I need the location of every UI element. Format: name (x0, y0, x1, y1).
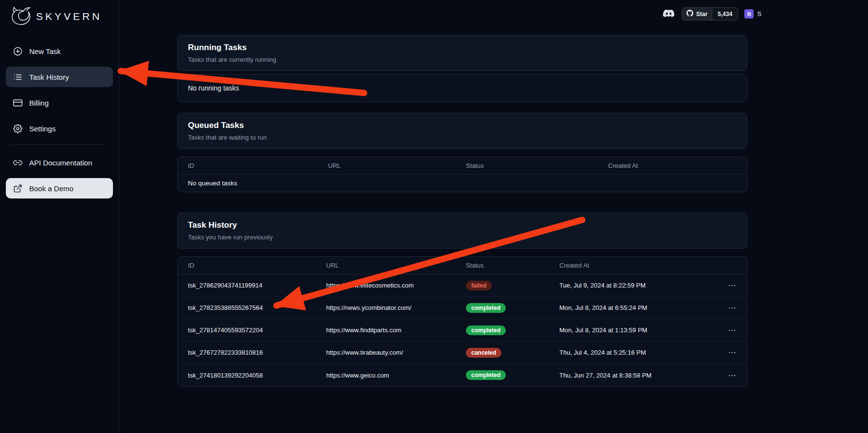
status-badge: canceled (466, 348, 501, 358)
logo-text: SKYVERN (36, 11, 102, 22)
table-header-row: ID URL Status Created At (178, 157, 747, 175)
github-icon (686, 10, 693, 18)
column-header-created-at: Created At (608, 162, 737, 169)
sidebar: SKYVERN New Task Task History Billing (0, 0, 119, 433)
task-url-cell: https://www.elitecosmetics.com (326, 282, 466, 289)
section-title: Running Tasks (188, 43, 737, 53)
status-badge: failed (466, 281, 492, 290)
sidebar-item-label: Task History (29, 73, 69, 81)
table-row[interactable]: tsk_278235388555267564 https://news.ycom… (178, 297, 747, 319)
row-actions-ellipsis-icon[interactable]: ⋯ (726, 325, 737, 335)
column-header-url: URL (328, 162, 466, 169)
column-header-status: Status (466, 162, 608, 169)
running-tasks-section: Running Tasks Tasks that are currently r… (177, 35, 747, 102)
column-header-id: ID (188, 262, 326, 269)
running-tasks-panel: No running tasks (177, 74, 747, 102)
discord-icon[interactable] (662, 7, 675, 20)
created-at-cell: Thu, Jun 27, 2024 at 8:38:58 PM (559, 372, 726, 379)
sidebar-item-settings[interactable]: Settings (6, 118, 113, 139)
sidebar-item-task-history[interactable]: Task History (6, 67, 113, 87)
github-star-label: Star (696, 11, 707, 18)
column-header-created-at: Created At (559, 262, 726, 269)
main-content: Running Tasks Tasks that are currently r… (177, 35, 747, 397)
sidebar-item-label: Settings (29, 125, 55, 133)
gear-icon (13, 124, 22, 133)
skyvern-dragon-icon (10, 5, 32, 28)
section-title: Queued Tasks (188, 121, 737, 130)
table-row[interactable]: tsk_274180139292204058 https://www.geico… (178, 364, 747, 386)
app-screen: SKYVERN New Task Task History Billing (0, 0, 868, 433)
task-history-section: Task History Tasks you have run previous… (177, 213, 747, 387)
task-url-cell: https://www.tirabeauty.com/ (326, 349, 466, 356)
user-name-partial: S (757, 10, 761, 18)
section-title: Task History (188, 220, 737, 230)
credit-card-icon (13, 98, 22, 108)
created-at-cell: Mon, Jul 8, 2024 at 1:13:59 PM (559, 326, 726, 334)
column-header-id: ID (188, 162, 328, 169)
task-url-cell: https://www.geico.com (326, 372, 466, 379)
sidebar-item-label: Billing (29, 99, 49, 107)
user-menu[interactable]: R S (744, 9, 761, 18)
task-id-cell: tsk_276727822333810816 (188, 349, 326, 356)
list-icon (13, 72, 22, 82)
avatar: R (744, 9, 754, 18)
task-id-cell: tsk_278147405593572204 (188, 326, 326, 334)
section-subtitle: Tasks that are waiting to run (188, 134, 737, 141)
table-row[interactable]: tsk_278629043741199914 https://www.elite… (178, 274, 747, 297)
sidebar-item-label: API Documentation (29, 159, 92, 167)
link-icon (13, 158, 22, 167)
sidebar-item-new-task[interactable]: New Task (6, 41, 113, 61)
task-id-cell: tsk_278235388555267564 (188, 304, 326, 311)
table-header-row: ID URL Status Created At (178, 257, 747, 274)
task-url-cell: https://news.ycombinator.com/ (326, 304, 466, 311)
sidebar-nav: New Task Task History Billing Settings (0, 32, 119, 198)
task-id-cell: tsk_278629043741199914 (188, 282, 326, 289)
task-url-cell: https://www.finditparts.com (326, 326, 466, 334)
queued-tasks-header: Queued Tasks Tasks that are waiting to r… (177, 113, 747, 149)
status-badge: completed (466, 370, 506, 380)
column-header-url: URL (326, 262, 466, 269)
queued-tasks-empty-text: No queued tasks (178, 175, 747, 192)
running-tasks-header: Running Tasks Tasks that are currently r… (177, 35, 747, 71)
status-badge: completed (466, 303, 506, 313)
column-header-status: Status (466, 262, 559, 269)
external-link-icon (13, 183, 22, 193)
book-a-demo-button[interactable]: Book a Demo (6, 178, 113, 198)
row-actions-ellipsis-icon[interactable]: ⋯ (726, 371, 737, 380)
sidebar-item-billing[interactable]: Billing (6, 92, 113, 113)
row-actions-ellipsis-icon[interactable]: ⋯ (726, 281, 737, 290)
sidebar-item-api-documentation[interactable]: API Documentation (6, 152, 113, 173)
section-subtitle: Tasks you have run previously (188, 234, 737, 241)
created-at-cell: Mon, Jul 8, 2024 at 6:55:24 PM (559, 304, 726, 311)
status-badge: completed (466, 325, 506, 335)
queued-tasks-section: Queued Tasks Tasks that are waiting to r… (177, 113, 747, 192)
table-row[interactable]: tsk_276727822333810816 https://www.tirab… (178, 342, 747, 364)
created-at-cell: Thu, Jul 4, 2024 at 5:25:16 PM (559, 349, 726, 356)
logo[interactable]: SKYVERN (0, 0, 119, 32)
sidebar-divider (12, 144, 107, 144)
topbar: Star 5,434 R S (662, 7, 761, 20)
table-row[interactable]: tsk_278147405593572204 https://www.findi… (178, 319, 747, 342)
sidebar-item-label: Book a Demo (29, 184, 74, 193)
task-history-header: Task History Tasks you have run previous… (177, 213, 747, 249)
created-at-cell: Tue, Jul 9, 2024 at 8:22:59 PM (559, 282, 726, 289)
task-history-table: ID URL Status Created At tsk_27862904374… (177, 256, 747, 387)
section-subtitle: Tasks that are currently running (188, 56, 737, 63)
github-star-count: 5,434 (712, 8, 738, 20)
queued-tasks-table: ID URL Status Created At No queued tasks (177, 157, 747, 192)
plus-circle-icon (13, 46, 22, 56)
row-actions-ellipsis-icon[interactable]: ⋯ (726, 303, 737, 312)
running-tasks-empty-text: No running tasks (178, 74, 747, 102)
task-id-cell: tsk_274180139292204058 (188, 372, 326, 379)
row-actions-ellipsis-icon[interactable]: ⋯ (726, 348, 737, 357)
sidebar-item-label: New Task (29, 47, 61, 55)
github-star-button[interactable]: Star 5,434 (682, 7, 738, 20)
